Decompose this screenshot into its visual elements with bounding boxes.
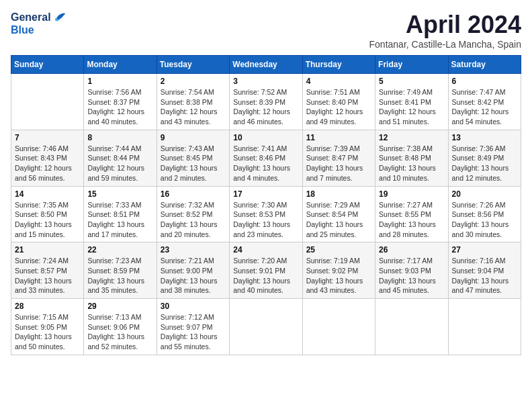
day-number: 2: [161, 77, 226, 86]
day-info: Sunrise: 7:41 AMSunset: 8:46 PMDaylight:…: [233, 144, 298, 183]
page-header: General Blue April 2024 Fontanar, Castil…: [11, 11, 521, 50]
col-tuesday: Tuesday: [157, 56, 229, 74]
day-number: 1: [87, 77, 152, 86]
logo-bird-icon: [52, 11, 67, 26]
calendar-cell: 16Sunrise: 7:32 AMSunset: 8:52 PMDayligh…: [157, 186, 229, 242]
day-number: 27: [452, 245, 517, 255]
calendar-cell: 28Sunrise: 7:15 AMSunset: 9:05 PMDayligh…: [11, 299, 84, 355]
month-title: April 2024: [369, 11, 521, 39]
day-number: 11: [306, 133, 371, 142]
col-thursday: Thursday: [302, 56, 375, 74]
calendar-cell: [11, 74, 84, 130]
calendar-cell: 5Sunrise: 7:49 AMSunset: 8:41 PMDaylight…: [375, 74, 448, 130]
day-info: Sunrise: 7:43 AMSunset: 8:45 PMDaylight:…: [161, 144, 226, 183]
calendar-week-row: 14Sunrise: 7:35 AMSunset: 8:50 PMDayligh…: [11, 186, 521, 242]
calendar-week-row: 7Sunrise: 7:46 AMSunset: 8:43 PMDaylight…: [11, 130, 521, 186]
calendar-cell: 10Sunrise: 7:41 AMSunset: 8:46 PMDayligh…: [230, 130, 302, 186]
day-number: 24: [233, 245, 298, 255]
day-number: 29: [87, 302, 152, 311]
calendar-week-row: 28Sunrise: 7:15 AMSunset: 9:05 PMDayligh…: [11, 299, 521, 355]
day-info: Sunrise: 7:35 AMSunset: 8:50 PMDaylight:…: [15, 200, 80, 240]
calendar-cell: 13Sunrise: 7:36 AMSunset: 8:49 PMDayligh…: [448, 130, 521, 186]
calendar-cell: [448, 299, 521, 355]
day-info: Sunrise: 7:32 AMSunset: 8:52 PMDaylight:…: [161, 200, 226, 240]
day-info: Sunrise: 7:23 AMSunset: 8:59 PMDaylight:…: [87, 256, 152, 295]
day-number: 3: [233, 77, 298, 86]
day-info: Sunrise: 7:54 AMSunset: 8:38 PMDaylight:…: [161, 87, 226, 127]
day-info: Sunrise: 7:27 AMSunset: 8:55 PMDaylight:…: [379, 200, 444, 240]
day-info: Sunrise: 7:49 AMSunset: 8:41 PMDaylight:…: [379, 87, 444, 127]
calendar-cell: 25Sunrise: 7:19 AMSunset: 9:02 PMDayligh…: [302, 242, 375, 299]
day-number: 12: [379, 133, 444, 142]
day-number: 16: [161, 189, 226, 199]
day-number: 13: [452, 133, 517, 142]
day-info: Sunrise: 7:36 AMSunset: 8:49 PMDaylight:…: [452, 144, 517, 183]
day-number: 9: [161, 133, 226, 142]
day-info: Sunrise: 7:21 AMSunset: 9:00 PMDaylight:…: [161, 256, 226, 295]
day-info: Sunrise: 7:46 AMSunset: 8:43 PMDaylight:…: [15, 144, 80, 183]
day-number: 28: [15, 302, 80, 311]
calendar-week-row: 21Sunrise: 7:24 AMSunset: 8:57 PMDayligh…: [11, 242, 521, 299]
calendar-cell: 24Sunrise: 7:20 AMSunset: 9:01 PMDayligh…: [230, 242, 302, 299]
day-number: 26: [379, 245, 444, 255]
calendar-header-row: Sunday Monday Tuesday Wednesday Thursday…: [11, 56, 521, 74]
day-info: Sunrise: 7:19 AMSunset: 9:02 PMDaylight:…: [306, 256, 371, 295]
day-info: Sunrise: 7:12 AMSunset: 9:07 PMDaylight:…: [161, 312, 226, 352]
day-number: 21: [15, 245, 80, 255]
calendar-cell: 20Sunrise: 7:26 AMSunset: 8:56 PMDayligh…: [448, 186, 521, 242]
logo: General Blue: [11, 11, 67, 36]
day-info: Sunrise: 7:47 AMSunset: 8:42 PMDaylight:…: [452, 87, 517, 127]
calendar-cell: 12Sunrise: 7:38 AMSunset: 8:48 PMDayligh…: [375, 130, 448, 186]
day-info: Sunrise: 7:26 AMSunset: 8:56 PMDaylight:…: [452, 200, 517, 240]
calendar-cell: 23Sunrise: 7:21 AMSunset: 9:00 PMDayligh…: [157, 242, 229, 299]
day-number: 23: [161, 245, 226, 255]
day-number: 5: [379, 77, 444, 86]
day-info: Sunrise: 7:44 AMSunset: 8:44 PMDaylight:…: [87, 144, 152, 183]
calendar-cell: 26Sunrise: 7:17 AMSunset: 9:03 PMDayligh…: [375, 242, 448, 299]
day-info: Sunrise: 7:29 AMSunset: 8:54 PMDaylight:…: [306, 200, 371, 240]
calendar-cell: 2Sunrise: 7:54 AMSunset: 8:38 PMDaylight…: [157, 74, 229, 130]
calendar-week-row: 1Sunrise: 7:56 AMSunset: 8:37 PMDaylight…: [11, 74, 521, 130]
calendar-cell: 30Sunrise: 7:12 AMSunset: 9:07 PMDayligh…: [157, 299, 229, 355]
calendar-cell: 14Sunrise: 7:35 AMSunset: 8:50 PMDayligh…: [11, 186, 84, 242]
location: Fontanar, Castille-La Mancha, Spain: [369, 39, 521, 50]
day-number: 14: [15, 189, 80, 199]
calendar-cell: 17Sunrise: 7:30 AMSunset: 8:53 PMDayligh…: [230, 186, 302, 242]
day-number: 25: [306, 245, 371, 255]
day-info: Sunrise: 7:30 AMSunset: 8:53 PMDaylight:…: [233, 200, 298, 240]
col-saturday: Saturday: [448, 56, 521, 74]
day-number: 20: [452, 189, 517, 199]
calendar-cell: 21Sunrise: 7:24 AMSunset: 8:57 PMDayligh…: [11, 242, 84, 299]
calendar-cell: 8Sunrise: 7:44 AMSunset: 8:44 PMDaylight…: [84, 130, 157, 186]
day-number: 18: [306, 189, 371, 199]
day-info: Sunrise: 7:16 AMSunset: 9:04 PMDaylight:…: [452, 256, 517, 295]
logo-blue-text: Blue: [11, 24, 67, 36]
day-number: 22: [87, 245, 152, 255]
day-info: Sunrise: 7:39 AMSunset: 8:47 PMDaylight:…: [306, 144, 371, 183]
day-number: 6: [452, 77, 517, 86]
calendar-cell: [230, 299, 302, 355]
calendar-cell: 3Sunrise: 7:52 AMSunset: 8:39 PMDaylight…: [230, 74, 302, 130]
day-info: Sunrise: 7:13 AMSunset: 9:06 PMDaylight:…: [87, 312, 152, 352]
day-number: 15: [87, 189, 152, 199]
day-number: 4: [306, 77, 371, 86]
day-number: 19: [379, 189, 444, 199]
col-friday: Friday: [375, 56, 448, 74]
calendar-table: Sunday Monday Tuesday Wednesday Thursday…: [11, 55, 521, 355]
day-info: Sunrise: 7:24 AMSunset: 8:57 PMDaylight:…: [15, 256, 80, 295]
calendar-cell: [302, 299, 375, 355]
calendar-cell: 29Sunrise: 7:13 AMSunset: 9:06 PMDayligh…: [84, 299, 157, 355]
day-number: 8: [87, 133, 152, 142]
col-wednesday: Wednesday: [230, 56, 302, 74]
day-info: Sunrise: 7:51 AMSunset: 8:40 PMDaylight:…: [306, 87, 371, 127]
calendar-cell: 22Sunrise: 7:23 AMSunset: 8:59 PMDayligh…: [84, 242, 157, 299]
day-info: Sunrise: 7:17 AMSunset: 9:03 PMDaylight:…: [379, 256, 444, 295]
day-number: 30: [161, 302, 226, 311]
day-info: Sunrise: 7:33 AMSunset: 8:51 PMDaylight:…: [87, 200, 152, 240]
calendar-cell: 18Sunrise: 7:29 AMSunset: 8:54 PMDayligh…: [302, 186, 375, 242]
day-info: Sunrise: 7:52 AMSunset: 8:39 PMDaylight:…: [233, 87, 298, 127]
title-block: April 2024 Fontanar, Castille-La Mancha,…: [369, 11, 521, 50]
calendar-cell: 6Sunrise: 7:47 AMSunset: 8:42 PMDaylight…: [448, 74, 521, 130]
calendar-cell: 4Sunrise: 7:51 AMSunset: 8:40 PMDaylight…: [302, 74, 375, 130]
calendar-cell: 19Sunrise: 7:27 AMSunset: 8:55 PMDayligh…: [375, 186, 448, 242]
